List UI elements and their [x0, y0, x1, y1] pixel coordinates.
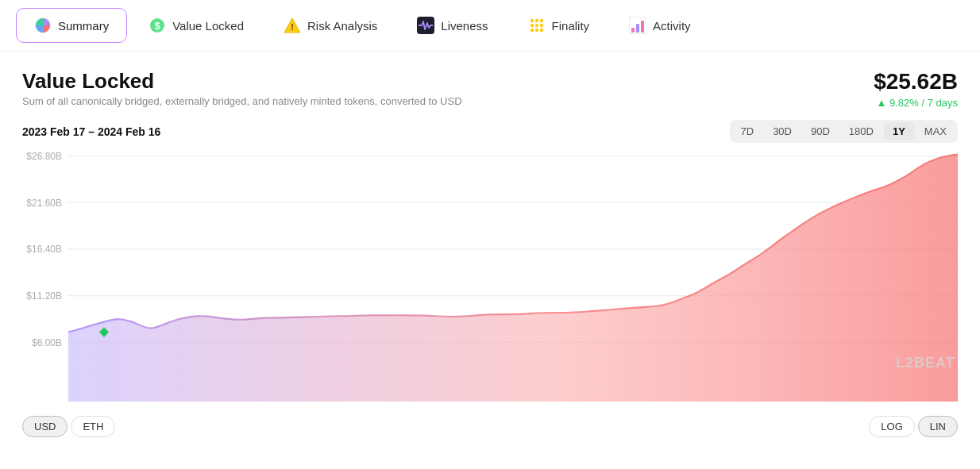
unit-btn-eth[interactable]: ETH [71, 416, 115, 437]
tab-finality-label: Finality [552, 19, 590, 33]
range-btn-90d[interactable]: 90D [802, 122, 839, 140]
tab-value-locked-label: Value Locked [172, 19, 244, 33]
tab-activity-label: Activity [653, 19, 691, 33]
svg-text:$21.60B: $21.60B [26, 197, 62, 208]
unit-btn-usd[interactable]: USD [22, 416, 68, 437]
controls-row: 2023 Feb 17 – 2024 Feb 16 7D 30D 90D 180… [22, 120, 958, 143]
tab-bar: Summary $ Value Locked ! Risk Analysis [0, 0, 980, 52]
tab-summary[interactable]: Summary [16, 8, 127, 43]
svg-rect-18 [641, 21, 644, 33]
scale-btn-log[interactable]: LOG [869, 416, 914, 437]
range-btn-30d[interactable]: 30D [764, 122, 801, 140]
chart-title: Value Locked [22, 69, 462, 94]
tab-risk-analysis[interactable]: ! Risk Analysis [265, 8, 395, 43]
svg-text:$26.80B: $26.80B [26, 151, 62, 162]
change-badge: ▲ 9.82% / 7 days [874, 97, 958, 109]
pie-chart-icon [34, 17, 52, 34]
tab-summary-label: Summary [58, 19, 109, 33]
right-header: $25.62B ▲ 9.82% / 7 days [874, 69, 958, 109]
main-container: Summary $ Value Locked ! Risk Analysis [0, 0, 980, 469]
svg-rect-17 [636, 24, 639, 33]
bottom-bar: USD ETH LOG LIN [0, 409, 980, 444]
svg-point-8 [539, 19, 542, 22]
svg-point-13 [534, 29, 538, 32]
chart-subtitle: Sum of all canonically bridged, external… [22, 95, 462, 107]
svg-text:!: ! [291, 22, 294, 32]
left-header: Value Locked Sum of all canonically brid… [22, 69, 462, 107]
value-amount: $25.62B [874, 69, 958, 94]
tab-liveness[interactable]: Liveness [399, 8, 506, 43]
svg-rect-16 [631, 28, 635, 33]
svg-text:$6.00B: $6.00B [32, 336, 62, 348]
svg-point-9 [530, 24, 533, 27]
svg-point-14 [539, 29, 542, 32]
range-buttons: 7D 30D 90D 180D 1Y MAX [730, 120, 959, 143]
watermark: L2BEAT [896, 354, 955, 371]
tab-liveness-label: Liveness [441, 19, 488, 33]
tab-value-locked[interactable]: $ Value Locked [130, 8, 262, 43]
chart-area: $26.80B $21.60B $16.40B $11.20B $6.00B L… [22, 148, 958, 402]
svg-text:$11.20B: $11.20B [26, 290, 62, 302]
chart-svg: $26.80B $21.60B $16.40B $11.20B $6.00B L… [22, 148, 958, 402]
warning-icon: ! [284, 17, 301, 34]
dollar-circle-icon: $ [149, 17, 166, 34]
svg-point-11 [539, 24, 542, 27]
header-row: Value Locked Sum of all canonically brid… [22, 69, 958, 109]
range-btn-1y[interactable]: 1Y [884, 122, 914, 140]
svg-point-12 [530, 29, 533, 32]
range-btn-max[interactable]: MAX [916, 122, 955, 140]
scale-buttons: LOG LIN [869, 416, 958, 437]
unit-buttons: USD ETH [22, 416, 115, 437]
svg-point-6 [530, 19, 533, 22]
svg-text:$: $ [155, 20, 161, 32]
svg-point-10 [534, 24, 538, 27]
tab-risk-analysis-label: Risk Analysis [307, 19, 377, 33]
range-btn-7d[interactable]: 7D [732, 122, 763, 140]
activity-icon [629, 17, 646, 34]
svg-point-7 [534, 19, 538, 22]
range-btn-180d[interactable]: 180D [840, 122, 882, 140]
main-content: Value Locked Sum of all canonically brid… [0, 52, 980, 409]
scale-btn-lin[interactable]: LIN [918, 416, 958, 437]
tab-finality[interactable]: Finality [510, 8, 608, 43]
svg-text:$16.40B: $16.40B [26, 244, 62, 255]
pulse-icon [417, 17, 434, 34]
dots-grid-icon [528, 17, 546, 34]
date-range: 2023 Feb 17 – 2024 Feb 16 [22, 125, 160, 138]
tab-activity[interactable]: Activity [611, 8, 709, 43]
